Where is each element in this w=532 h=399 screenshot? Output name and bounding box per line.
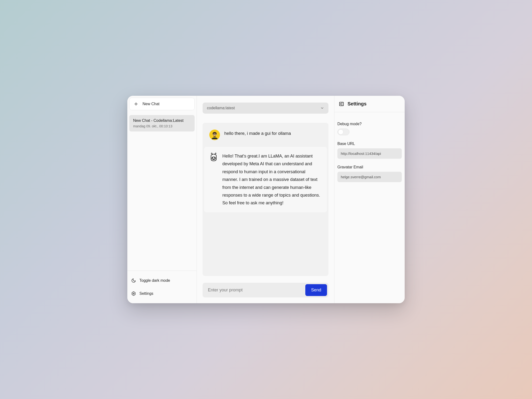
chevron-down-icon <box>320 106 324 110</box>
debug-mode-toggle[interactable] <box>337 129 349 135</box>
chat-item-timestamp: mandag 09. okt., 00:10:13 <box>133 124 191 128</box>
sidebar: New Chat New Chat - Codellama:Latest man… <box>127 96 197 303</box>
chat-item-title: New Chat - Codellama:Latest <box>133 118 191 123</box>
settings-panel: Settings Debug mode? Base URL Gravatar E… <box>334 96 405 303</box>
prompt-bar: Send <box>203 283 328 297</box>
moon-icon <box>131 278 136 283</box>
settings-label: Settings <box>139 291 153 296</box>
svg-point-3 <box>133 293 134 294</box>
settings-title: Settings <box>348 101 367 107</box>
new-chat-label: New Chat <box>143 102 159 106</box>
model-select-dropdown[interactable]: codellama:latest <box>203 103 328 114</box>
prompt-input[interactable] <box>204 284 303 296</box>
settings-header: Settings <box>334 96 405 112</box>
main-content: codellama:latest hel <box>197 96 334 303</box>
messages-scroll[interactable]: hello there, i made a gui for ollama Hel… <box>203 123 328 276</box>
message-assistant: Hello! That's great.I am LLaMA, an AI as… <box>204 147 327 212</box>
toggle-dark-label: Toggle dark mode <box>139 278 170 283</box>
message-text: hello there, i made a gui for ollama <box>224 130 291 140</box>
settings-button[interactable]: Settings <box>131 290 193 297</box>
gravatar-email-label: Gravatar Email <box>337 165 402 169</box>
model-selected-label: codellama:latest <box>207 106 235 110</box>
user-avatar <box>209 130 220 140</box>
gear-icon <box>131 291 136 296</box>
assistant-avatar <box>209 153 218 161</box>
settings-body: Debug mode? Base URL Gravatar Email <box>334 112 405 191</box>
new-chat-button[interactable]: New Chat <box>129 98 195 110</box>
chat-list-item[interactable]: New Chat - Codellama:Latest mandag 09. o… <box>129 115 195 131</box>
svg-marker-2 <box>132 292 135 296</box>
app-window: New Chat New Chat - Codellama:Latest man… <box>127 96 405 303</box>
svg-point-9 <box>212 158 213 158</box>
setting-gravatar-email: Gravatar Email <box>337 165 402 182</box>
gravatar-email-input[interactable] <box>337 172 402 182</box>
message-user: hello there, i made a gui for ollama <box>204 124 327 145</box>
debug-mode-label: Debug mode? <box>337 122 402 126</box>
toggle-dark-mode-button[interactable]: Toggle dark mode <box>131 277 193 284</box>
svg-point-10 <box>214 158 215 158</box>
send-button[interactable]: Send <box>305 284 327 296</box>
setting-base-url: Base URL <box>337 142 402 159</box>
svg-rect-11 <box>340 102 344 106</box>
plus-icon <box>134 102 138 106</box>
sidebar-bottom: Toggle dark mode Settings <box>127 271 197 303</box>
base-url-input[interactable] <box>337 148 402 159</box>
message-text: Hello! That's great.I am LLaMA, an AI as… <box>222 152 322 207</box>
sidebar-top: New Chat New Chat - Codellama:Latest man… <box>127 96 197 271</box>
toggle-knob <box>338 129 343 135</box>
base-url-label: Base URL <box>337 142 402 146</box>
setting-debug-mode: Debug mode? <box>337 122 402 135</box>
panel-collapse-icon[interactable] <box>339 101 344 107</box>
